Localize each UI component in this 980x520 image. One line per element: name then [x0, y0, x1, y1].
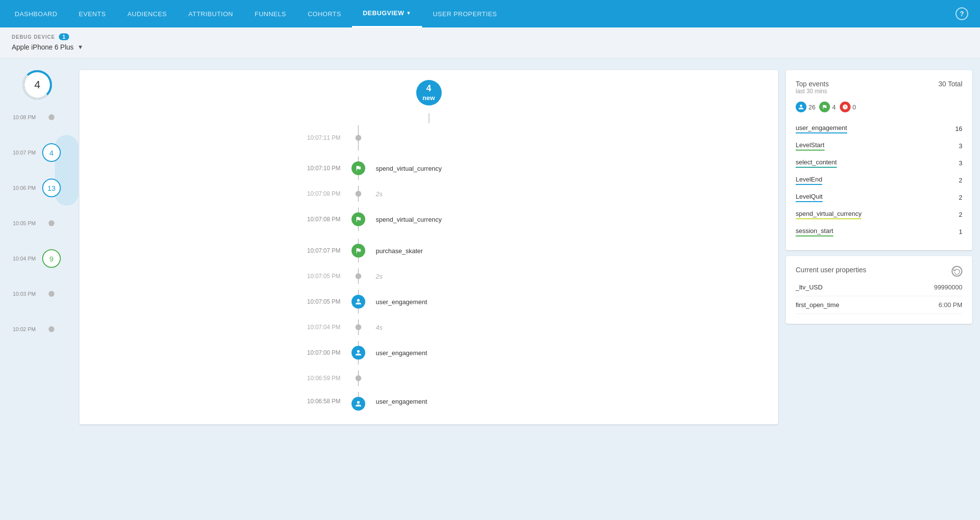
nav-label-dashboard: DASHBOARD: [15, 10, 57, 18]
connector: [358, 279, 359, 284]
event-name-session-start: session_start: [796, 227, 833, 236]
new-bubble-row: 4 new: [79, 80, 778, 105]
person-icon: [355, 400, 362, 407]
event-list-item[interactable]: LevelStart 3: [796, 137, 962, 155]
nav-item-audiences[interactable]: AUDIENCES: [117, 0, 177, 27]
green-event-badge: 4: [819, 102, 835, 112]
event-icon-person: [352, 397, 365, 411]
timeline-row[interactable]: 10:04 PM 9: [8, 241, 72, 276]
nav-item-funnels[interactable]: FUNNELS: [244, 0, 297, 27]
event-name-spend: spend_virtual_currency: [796, 210, 861, 219]
help-button[interactable]: ?: [948, 0, 976, 27]
event-count: 2: [959, 177, 962, 184]
nav-item-user-properties[interactable]: USER PROPERTIES: [422, 0, 508, 27]
gap-dot: [355, 191, 361, 197]
event-icon-flag: [352, 161, 365, 175]
timeline-dot-area: [40, 114, 63, 120]
event-icon-flag: [352, 212, 365, 226]
connector: [358, 392, 359, 397]
event-list-item[interactable]: select_content 3: [796, 155, 962, 172]
flag-icon: [355, 165, 362, 172]
timeline-circle-blue: 4: [42, 143, 61, 162]
event-time: 10:07:08 PM: [282, 216, 351, 223]
event-icon-flag: [352, 244, 365, 258]
user-prop-row[interactable]: first_open_time 6:00 PM: [796, 296, 962, 314]
timeline-row[interactable]: 10:06 PM 13: [8, 170, 72, 206]
nav-label-cohorts: COHORTS: [308, 10, 341, 18]
prop-val-first-open: 6:00 PM: [939, 301, 962, 309]
timeline-row: 10:08 PM: [8, 100, 72, 135]
time-label: 10:03 PM: [8, 291, 40, 297]
connector: [358, 175, 359, 180]
event-name-select-content: select_content: [796, 158, 837, 168]
event-time: 10:06:58 PM: [282, 398, 351, 405]
connector: [358, 208, 359, 212]
time-label: 10:02 PM: [8, 326, 40, 332]
small-connector-dot: [355, 135, 361, 141]
time-label: 10:07 PM: [8, 150, 40, 156]
connector: [358, 141, 359, 151]
timeline-circle-green: 9: [42, 249, 61, 268]
event-timeline: 4 new 10:07:11 PM: [79, 70, 778, 424]
event-time: 10:07:04 PM: [282, 324, 351, 331]
event-time: 10:06:59 PM: [282, 375, 351, 382]
event-count: 3: [959, 159, 962, 167]
event-connector: [428, 113, 429, 123]
history-icon[interactable]: [952, 266, 962, 277]
timeline-dot: [49, 291, 54, 297]
debugview-dropdown-arrow: ▼: [406, 10, 411, 16]
event-list-item[interactable]: LevelQuit 2: [796, 189, 962, 206]
main-content: 4 10:08 PM 10:07 PM 4 10:06 PM: [0, 58, 980, 436]
connector: [358, 156, 359, 161]
nav-item-attribution[interactable]: ATTRIBUTION: [177, 0, 244, 27]
device-selector[interactable]: Apple iPhone 6 Plus ▼: [12, 43, 968, 51]
green-badge-circle: [819, 102, 830, 112]
time-label: 10:05 PM: [8, 220, 40, 226]
user-properties-header: Current user properties: [796, 266, 962, 277]
event-time: 10:07:08 PM: [282, 190, 351, 197]
event-name[interactable]: user_engagement: [376, 298, 427, 306]
left-timeline: 4 10:08 PM 10:07 PM 4 10:06 PM: [8, 70, 72, 347]
event-name[interactable]: user_engagement: [376, 349, 427, 357]
event-name[interactable]: spend_virtual_currency: [376, 165, 442, 172]
prop-name-first-open: first_open_time: [796, 301, 839, 309]
debug-device-badge: 1: [59, 33, 69, 40]
event-time: 10:07:05 PM: [282, 298, 351, 305]
center-panel: 4 new 10:07:11 PM: [79, 70, 778, 424]
person-icon: [355, 298, 362, 305]
connector: [358, 239, 359, 244]
event-list-item[interactable]: spend_virtual_currency 2: [796, 206, 962, 223]
event-list-item[interactable]: user_engagement 16: [796, 120, 962, 137]
debug-device-label: DEBUG DEVICE 1: [12, 33, 968, 40]
gap-dot: [355, 324, 361, 330]
top-navigation: DASHBOARD EVENTS AUDIENCES ATTRIBUTION F…: [0, 0, 980, 27]
event-name[interactable]: user_engagement: [376, 398, 427, 405]
connector: [358, 360, 359, 364]
timeline-dot: [49, 326, 54, 332]
connector: [358, 290, 359, 295]
green-count: 4: [832, 104, 835, 111]
connector: [358, 125, 359, 135]
timeline-top-circle: 4: [23, 70, 52, 100]
top-events-title: Top events: [796, 80, 829, 88]
event-name[interactable]: purchase_skater: [376, 247, 423, 255]
event-name[interactable]: spend_virtual_currency: [376, 216, 442, 223]
timeline-dot-area: 4: [40, 143, 63, 162]
event-gap: 2s: [376, 273, 383, 280]
subheader: DEBUG DEVICE 1 Apple iPhone 6 Plus ▼: [0, 27, 980, 58]
connector: [358, 226, 359, 231]
timeline-row: 10:03 PM: [8, 276, 72, 312]
blue-count: 26: [808, 104, 815, 111]
nav-item-dashboard[interactable]: DASHBOARD: [4, 0, 68, 27]
nav-label-events: EVENTS: [79, 10, 106, 18]
user-prop-row[interactable]: _ltv_USD 99990000: [796, 279, 962, 296]
nav-item-debugview[interactable]: DEBUGVIEW ▼: [352, 0, 422, 27]
new-event-bubble: 4 new: [416, 80, 442, 105]
event-list-item[interactable]: LevelEnd 2: [796, 172, 962, 189]
event-list-item[interactable]: session_start 1: [796, 223, 962, 240]
red-badge-circle: [840, 102, 851, 112]
red-count: 0: [853, 104, 856, 111]
nav-item-events[interactable]: EVENTS: [68, 0, 117, 27]
event-icons-row: 26 4 0: [796, 102, 962, 112]
nav-item-cohorts[interactable]: COHORTS: [297, 0, 352, 27]
